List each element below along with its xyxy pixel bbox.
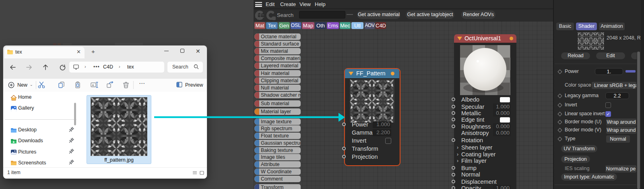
svg-text:A: A — [92, 83, 94, 87]
